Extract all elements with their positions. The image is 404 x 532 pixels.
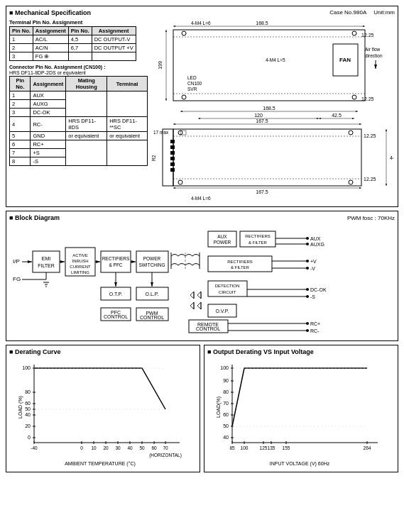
- svg-text:50: 50: [25, 406, 31, 411]
- svg-marker-140: [197, 292, 201, 299]
- mech-spec-section: ■ Mechanical Specification Case No.980A …: [6, 6, 398, 207]
- svg-rect-51: [170, 157, 175, 160]
- svg-rect-48: [170, 140, 175, 143]
- svg-text:RC-: RC-: [310, 328, 320, 333]
- svg-text:direction: direction: [365, 53, 383, 58]
- th-assign1: Assignment: [33, 27, 68, 35]
- svg-text:42.5: 42.5: [332, 113, 342, 118]
- svg-text:60: 60: [223, 412, 229, 417]
- block-diagram-section: ■ Block Diagram PWM fosc : 70KHz I/P EMI…: [6, 211, 398, 341]
- block-diagram-content: I/P EMI FILTER FG: [9, 224, 395, 338]
- svg-text:RC+: RC+: [310, 321, 320, 326]
- svg-text:INRUSH: INRUSH: [72, 259, 88, 263]
- cell: FG ⊕: [33, 52, 68, 61]
- svg-text:+V: +V: [310, 259, 317, 264]
- svg-text:10: 10: [91, 445, 97, 450]
- th-assign: Assignment: [31, 77, 66, 92]
- pwm-freq: PWM fosc : 70KHz: [347, 215, 395, 221]
- svg-text:CIRCUIT: CIRCUIT: [219, 290, 236, 294]
- svg-text:O.L.P.: O.L.P.: [146, 292, 159, 297]
- cell: [92, 52, 136, 61]
- svg-point-44: [349, 131, 353, 135]
- mech-spec-header: ■ Mechanical Specification Case No.980A …: [9, 9, 395, 16]
- terminal-table-title: Terminal Pin No. Assignment: [9, 19, 148, 26]
- svg-text:120: 120: [254, 113, 263, 118]
- output-derating-title: ■ Output Derating VS Input Voltage: [207, 348, 395, 355]
- svg-marker-144: [197, 302, 201, 309]
- cell: 4,5: [68, 35, 92, 44]
- svg-text:44: 44: [390, 155, 393, 160]
- table-row: 6RC+: [10, 140, 148, 149]
- svg-point-127: [306, 295, 309, 298]
- table-row: 1AUX: [10, 92, 148, 100]
- svg-text:0: 0: [80, 445, 83, 450]
- svg-text:AMBIENT TEMPERATURE (°C): AMBIENT TEMPERATURE (°C): [65, 461, 136, 467]
- cell: 2: [10, 44, 33, 52]
- svg-text:RECTIFIERS: RECTIFIERS: [245, 234, 271, 238]
- svg-rect-2: [173, 30, 365, 101]
- charts-section: ■ Derating Curve 0 20 40 50: [6, 345, 398, 472]
- svg-rect-33: [173, 129, 361, 186]
- block-diagram-title: ■ Block Diagram: [9, 214, 60, 221]
- th-assign2: Assignment: [92, 27, 136, 35]
- svg-point-6: [352, 31, 356, 35]
- svg-text:4-M4 L=6: 4-M4 L=6: [191, 196, 211, 201]
- svg-text:CURRENT: CURRENT: [70, 265, 91, 269]
- main-container: ■ Mechanical Specification Case No.980A …: [6, 6, 398, 472]
- svg-marker-142: [190, 302, 194, 309]
- svg-text:40: 40: [25, 412, 31, 417]
- svg-rect-59: [33, 251, 60, 272]
- table-row: 5GNDor equivalentor equivalent: [10, 132, 148, 140]
- cell: AC/N: [33, 44, 68, 52]
- svg-text:80: 80: [25, 389, 31, 394]
- svg-text:RECTIFIERS: RECTIFIERS: [227, 260, 253, 264]
- svg-rect-53: [170, 168, 175, 172]
- svg-rect-52: [170, 162, 175, 166]
- svg-rect-50: [170, 151, 175, 155]
- table-row: 3 FG ⊕: [10, 52, 136, 61]
- svg-text:ACTIVE: ACTIVE: [72, 253, 88, 257]
- svg-text:DETECTION: DETECTION: [215, 284, 240, 288]
- derating-curve-svg: 0 20 40 50 60 80 100: [9, 358, 190, 467]
- svg-text:(HORIZONTAL): (HORIZONTAL): [149, 453, 182, 458]
- case-info: Case No.980A Unit:mm: [329, 9, 395, 16]
- svg-text:30: 30: [115, 445, 121, 450]
- connector-table: Pin No. Assignment Mating Housing Termin…: [9, 76, 148, 166]
- svg-text:AUXG: AUXG: [310, 242, 324, 247]
- block-diagram-svg: I/P EMI FILTER FG: [9, 224, 400, 338]
- svg-text:DC-OK: DC-OK: [310, 287, 327, 292]
- svg-text:12.25: 12.25: [361, 96, 374, 101]
- svg-text:167.5: 167.5: [256, 118, 268, 123]
- svg-rect-49: [170, 145, 175, 149]
- svg-text:& PFC: & PFC: [109, 262, 122, 267]
- svg-text:FAN: FAN: [339, 57, 351, 63]
- mech-content: Terminal Pin No. Assignment Pin No. Assi…: [9, 19, 395, 204]
- svg-text:70: 70: [223, 401, 229, 406]
- svg-text:264: 264: [364, 445, 371, 450]
- svg-text:40: 40: [223, 435, 229, 440]
- table-row: 2 AC/N 6,7 DC OUTPUT +V: [10, 44, 136, 52]
- connector-title: Connector Pin No. Assignment (CN100) :: [9, 65, 148, 70]
- block-diagram-header: ■ Block Diagram PWM fosc : 70KHz: [9, 214, 395, 221]
- svg-rect-75: [101, 251, 131, 272]
- svg-point-124: [306, 267, 309, 270]
- svg-text:199: 199: [158, 61, 163, 70]
- svg-text:20: 20: [25, 423, 31, 428]
- svg-text:60: 60: [25, 401, 31, 406]
- derating-curve-title: ■ Derating Curve: [9, 348, 197, 355]
- svg-text:Air flow: Air flow: [365, 47, 381, 52]
- svg-text:90: 90: [223, 378, 229, 383]
- svg-rect-54: [180, 131, 186, 135]
- tables-col: Terminal Pin No. Assignment Pin No. Assi…: [9, 19, 148, 204]
- svg-text:POWER: POWER: [143, 256, 161, 261]
- svg-text:70: 70: [163, 445, 168, 450]
- svg-text:50: 50: [223, 423, 229, 428]
- svg-rect-85: [136, 251, 168, 272]
- svg-text:LED: LED: [187, 75, 197, 80]
- svg-text:LIMITING: LIMITING: [71, 270, 89, 275]
- svg-text:CONTROL: CONTROL: [196, 326, 220, 331]
- svg-point-5: [182, 31, 186, 35]
- svg-text:60: 60: [151, 445, 157, 450]
- cell: 3: [10, 52, 33, 61]
- svg-text:20: 20: [103, 445, 109, 450]
